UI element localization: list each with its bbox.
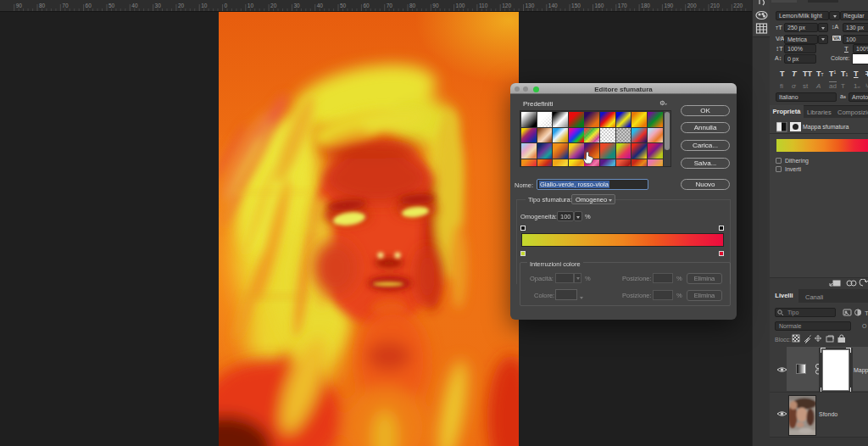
svg-text:110: 110	[479, 3, 488, 8]
svg-text:10: 10	[201, 3, 208, 8]
svg-text:50: 50	[108, 3, 115, 8]
svg-text:70: 70	[62, 3, 69, 8]
svg-text:90: 90	[16, 3, 23, 8]
svg-text:100: 100	[456, 3, 465, 8]
svg-text:190: 190	[664, 3, 673, 8]
svg-text:30: 30	[293, 3, 300, 8]
svg-text:180: 180	[641, 3, 650, 8]
svg-text:220: 220	[733, 3, 743, 8]
svg-text:160: 160	[595, 3, 604, 8]
svg-text:130: 130	[526, 3, 535, 8]
svg-text:20: 20	[270, 3, 277, 8]
svg-text:40: 40	[131, 3, 138, 8]
svg-text:120: 120	[502, 3, 511, 8]
svg-text:20: 20	[178, 3, 185, 8]
svg-text:10: 10	[248, 3, 254, 8]
svg-text:50: 50	[340, 3, 347, 8]
svg-text:60: 60	[86, 3, 92, 8]
svg-text:200: 200	[687, 3, 697, 8]
svg-text:T: T	[865, 309, 868, 317]
svg-text:170: 170	[618, 3, 627, 8]
svg-text:80: 80	[39, 3, 46, 8]
svg-text:150: 150	[571, 3, 581, 8]
svg-text:140: 140	[548, 3, 558, 8]
svg-text:80: 80	[409, 3, 416, 8]
svg-text:90: 90	[432, 3, 439, 8]
svg-text:30: 30	[155, 3, 162, 8]
svg-text:0: 0	[225, 3, 228, 8]
svg-text:40: 40	[317, 3, 324, 8]
svg-text:60: 60	[363, 3, 370, 8]
svg-text:70: 70	[387, 3, 393, 8]
svg-text:210: 210	[710, 3, 720, 8]
